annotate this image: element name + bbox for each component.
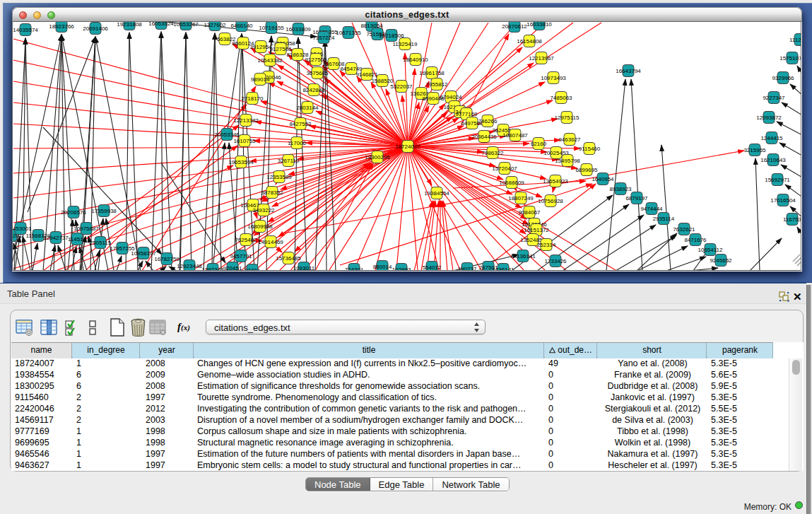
svg-text:12942737: 12942737 xyxy=(43,235,69,241)
svg-text:7955812: 7955812 xyxy=(425,81,448,88)
svg-text:12093872: 12093872 xyxy=(756,115,782,121)
svg-text:12975115: 12975115 xyxy=(555,115,580,121)
svg-text:10653267: 10653267 xyxy=(173,22,199,28)
svg-text:7485063: 7485063 xyxy=(550,95,572,101)
svg-text:1112480: 1112480 xyxy=(789,37,801,43)
svg-text:10719155: 10719155 xyxy=(259,25,284,31)
svg-text:116753: 116753 xyxy=(783,216,801,223)
svg-text:15495798: 15495798 xyxy=(555,158,580,164)
svg-text:18300295: 18300295 xyxy=(365,154,390,160)
svg-text:2718170: 2718170 xyxy=(241,95,264,102)
svg-text:3215955: 3215955 xyxy=(743,147,766,153)
svg-text:6466140: 6466140 xyxy=(230,23,253,29)
svg-text:1244415: 1244415 xyxy=(760,135,783,141)
svg-text:10688609: 10688609 xyxy=(499,180,524,186)
svg-text:8427552: 8427552 xyxy=(289,121,312,127)
svg-text:9474444: 9474444 xyxy=(640,206,663,212)
svg-text:20053346: 20053346 xyxy=(214,132,240,138)
svg-text:18923766: 18923766 xyxy=(49,23,74,30)
svg-text:9245652: 9245652 xyxy=(710,257,732,264)
svg-text:7986322: 7986322 xyxy=(481,150,504,156)
svg-text:746266: 746266 xyxy=(478,118,498,124)
svg-text:920451: 920451 xyxy=(223,265,242,271)
svg-text:3267110: 3267110 xyxy=(278,158,300,164)
svg-text:1640954: 1640954 xyxy=(592,176,614,182)
svg-text:20691406: 20691406 xyxy=(83,25,108,32)
svg-text:10973493: 10973493 xyxy=(541,75,566,81)
svg-text:117006: 117006 xyxy=(288,140,307,146)
svg-text:14136141: 14136141 xyxy=(510,253,536,259)
svg-text:6899695: 6899695 xyxy=(575,167,598,173)
svg-text:15736485: 15736485 xyxy=(276,255,301,262)
svg-text:16033810: 16033810 xyxy=(526,22,552,28)
svg-text:3493222: 3493222 xyxy=(252,207,275,214)
svg-text:989014: 989014 xyxy=(251,76,270,83)
svg-text:2935114: 2935114 xyxy=(653,216,675,222)
svg-text:10756928: 10756928 xyxy=(538,198,563,204)
svg-text:8938923: 8938923 xyxy=(609,186,632,192)
svg-text:14035574: 14035574 xyxy=(13,27,38,33)
svg-text:7625402: 7625402 xyxy=(235,237,257,243)
svg-text:6879197: 6879197 xyxy=(625,195,648,201)
svg-text:18640910: 18640910 xyxy=(403,57,428,63)
svg-text:190237: 190237 xyxy=(458,266,477,271)
svg-text:1436141: 1436141 xyxy=(492,267,514,271)
svg-text:554012: 554012 xyxy=(423,264,442,271)
svg-text:252314: 252314 xyxy=(537,242,556,248)
svg-text:9463627: 9463627 xyxy=(558,136,581,143)
svg-text:3675685: 3675685 xyxy=(306,70,329,76)
svg-text:5322037: 5322037 xyxy=(390,83,413,90)
svg-text:12353589: 12353589 xyxy=(266,174,292,180)
svg-text:1610755: 1610755 xyxy=(233,138,256,144)
svg-text:11325419: 11325419 xyxy=(393,41,418,47)
svg-text:87401: 87401 xyxy=(245,267,261,271)
svg-text:16961758: 16961758 xyxy=(419,70,445,76)
svg-text:1453001: 1453001 xyxy=(13,226,32,232)
svg-text:10671355: 10671355 xyxy=(336,30,361,36)
svg-text:9084067: 9084067 xyxy=(518,209,541,216)
svg-text:13654923: 13654923 xyxy=(543,178,568,185)
svg-text:18724007: 18724007 xyxy=(395,144,420,150)
svg-text:19231808: 19231808 xyxy=(117,22,142,28)
svg-text:20206576: 20206576 xyxy=(61,209,86,216)
svg-text:15751074: 15751074 xyxy=(779,55,801,62)
svg-text:9146821: 9146821 xyxy=(355,71,378,78)
svg-text:1292343: 1292343 xyxy=(201,267,224,271)
svg-text:16809948: 16809948 xyxy=(247,223,273,230)
svg-text:102993: 102993 xyxy=(392,267,411,271)
svg-text:17016504: 17016504 xyxy=(770,197,796,204)
svg-text:7632621: 7632621 xyxy=(673,226,695,233)
svg-text:15692971: 15692971 xyxy=(765,177,790,183)
svg-text:10807487: 10807487 xyxy=(502,132,528,139)
svg-text:9777169: 9777169 xyxy=(455,111,478,117)
svg-text:3912954: 3912954 xyxy=(249,44,272,50)
svg-text:9329966: 9329966 xyxy=(772,75,794,81)
svg-text:19384554: 19384554 xyxy=(424,190,449,197)
svg-text:1327602: 1327602 xyxy=(204,22,226,28)
svg-text:16151372: 16151372 xyxy=(524,227,549,233)
svg-text:17359938: 17359938 xyxy=(91,208,117,214)
svg-text:16782759: 16782759 xyxy=(154,256,180,262)
svg-text:12923448: 12923448 xyxy=(177,263,202,269)
svg-text:16154808: 16154808 xyxy=(517,38,542,45)
svg-text:18807249: 18807249 xyxy=(508,195,534,201)
svg-text:114519: 114519 xyxy=(68,236,87,243)
svg-text:15720407: 15720407 xyxy=(492,165,517,172)
svg-text:16210643: 16210643 xyxy=(760,157,786,163)
svg-text:10543382: 10543382 xyxy=(257,57,283,64)
svg-text:10958107: 10958107 xyxy=(131,250,156,257)
svg-text:20364436: 20364436 xyxy=(471,134,497,140)
svg-text:8242848: 8242848 xyxy=(302,87,325,93)
svg-text:3878352: 3878352 xyxy=(261,189,283,196)
svg-text:7357224: 7357224 xyxy=(312,35,335,41)
svg-text:62160: 62160 xyxy=(531,141,547,147)
svg-text:19218506: 19218506 xyxy=(379,33,404,39)
svg-text:14914469: 14914469 xyxy=(258,239,283,245)
svg-text:19653594: 19653594 xyxy=(228,159,254,165)
svg-text:9457791: 9457791 xyxy=(230,253,252,259)
svg-text:6794024: 6794024 xyxy=(440,94,462,100)
svg-text:880014: 880014 xyxy=(373,264,392,270)
svg-text:10975887: 10975887 xyxy=(73,226,99,232)
svg-text:9227347: 9227347 xyxy=(763,95,785,101)
svg-text:2505115: 2505115 xyxy=(90,240,112,246)
